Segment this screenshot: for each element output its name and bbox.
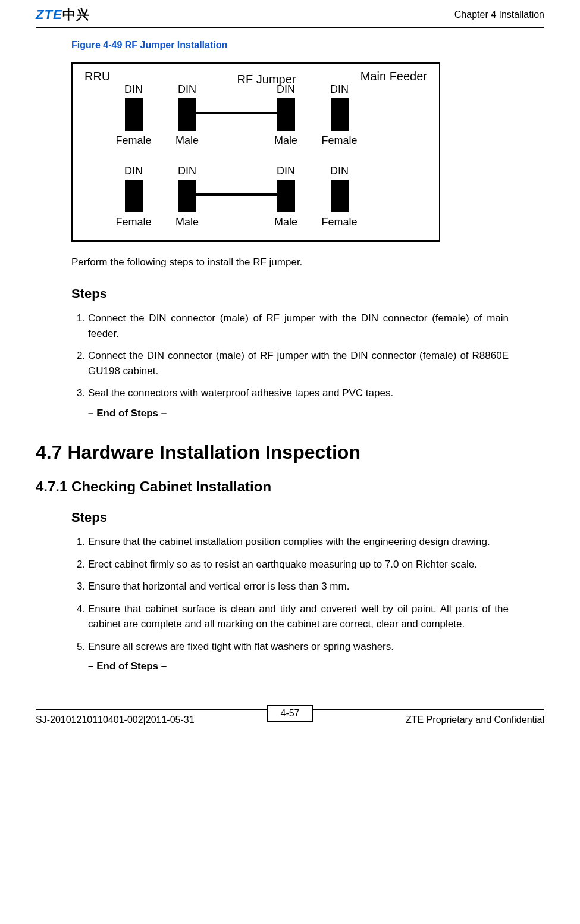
steps-heading-rf: Steps <box>71 286 509 302</box>
connector-block-icon <box>178 98 196 131</box>
gender-label: Male <box>274 134 297 147</box>
connector-block-icon <box>125 98 143 131</box>
gender-label: Male <box>175 216 199 228</box>
connector-jumper-left-2: DIN Male <box>165 165 209 228</box>
cabinet-step-4: Ensure that cabinet surface is clean and… <box>88 602 509 632</box>
din-label: DIN <box>330 165 349 177</box>
cabinet-step-1: Ensure that the cabinet installation pos… <box>88 534 509 550</box>
section-4-7-1-heading: 4.7.1 Checking Cabinet Installation <box>36 478 509 495</box>
cabinet-steps-list: Ensure that the cabinet installation pos… <box>71 534 509 674</box>
steps-heading-471: Steps <box>71 510 509 525</box>
rf-step-1: Connect the DIN connector (male) of RF j… <box>88 311 509 341</box>
figure-caption: Figure 4-49 RF Jumper Installation <box>71 40 509 51</box>
connector-feeder-2: DIN Female <box>317 165 362 228</box>
gender-label: Female <box>321 216 357 228</box>
step-text: Ensure that cabinet surface is clean and… <box>88 602 509 632</box>
diagram-row-2: DIN Female DIN Male DIN Male DIN Female <box>84 165 427 228</box>
step-text: Connect the DIN connector (male) of RF j… <box>88 311 509 341</box>
step-text: Ensure all screws are fixed tight with f… <box>88 639 509 654</box>
diagram-row-1: DIN Female DIN Male DIN Male DIN Female <box>84 83 427 147</box>
connector-block-icon <box>331 180 349 212</box>
connector-jumper-right-1: DIN Male <box>264 83 308 147</box>
page-number: 4-57 <box>267 705 312 722</box>
main-feeder-label: Main Feeder <box>360 70 427 83</box>
section-4-7-heading: 4.7 Hardware Installation Inspection <box>36 441 509 463</box>
connector-block-icon <box>277 180 295 212</box>
end-of-steps: – End of Steps – <box>88 406 509 421</box>
logo-zte: ZTE <box>36 7 62 22</box>
gender-label: Female <box>321 134 357 147</box>
connector-feeder-1: DIN Female <box>317 83 362 147</box>
rf-jumper-diagram: RRU RF Jumper Main Feeder DIN Female DIN… <box>71 62 440 242</box>
gender-label: Male <box>175 134 199 147</box>
connector-block-icon <box>331 98 349 131</box>
din-label: DIN <box>124 165 143 177</box>
rf-steps-list: Connect the DIN connector (male) of RF j… <box>71 311 509 421</box>
din-label: DIN <box>178 83 196 96</box>
gender-label: Female <box>115 216 151 228</box>
rf-intro-text: Perform the following steps to install t… <box>71 256 509 268</box>
confidential-label: ZTE Proprietary and Confidential <box>406 715 544 725</box>
page-content: Figure 4-49 RF Jumper Installation RRU R… <box>36 28 544 674</box>
din-label: DIN <box>277 165 295 177</box>
step-text: Connect the DIN connector (male) of RF j… <box>88 348 509 378</box>
connector-block-icon <box>178 180 196 212</box>
page-header: ZTE中兴 Chapter 4 Installation <box>36 0 544 28</box>
din-label: DIN <box>277 83 295 96</box>
din-label: DIN <box>330 83 349 96</box>
cabinet-step-3: Ensure that horizontal and vertical erro… <box>88 579 509 594</box>
gender-label: Male <box>274 216 297 228</box>
connector-jumper-left-1: DIN Male <box>165 83 209 147</box>
chapter-title: Chapter 4 Installation <box>454 10 544 20</box>
step-text: Ensure that horizontal and vertical erro… <box>88 579 509 594</box>
gender-label: Female <box>115 134 151 147</box>
doc-id: SJ-20101210110401-002|2011-05-31 <box>36 715 195 725</box>
step-text: Seal the connectors with waterproof adhe… <box>88 386 509 401</box>
cabinet-step-2: Erect cabinet firmly so as to resist an … <box>88 557 509 572</box>
step-text: Ensure that the cabinet installation pos… <box>88 534 509 550</box>
rf-step-3: Seal the connectors with waterproof adhe… <box>88 386 509 421</box>
step-text: Erect cabinet firmly so as to resist an … <box>88 557 509 572</box>
connector-block-icon <box>125 180 143 212</box>
rf-step-2: Connect the DIN connector (male) of RF j… <box>88 348 509 378</box>
connector-jumper-right-2: DIN Male <box>264 165 308 228</box>
connector-block-icon <box>277 98 295 131</box>
connector-rru-1: DIN Female <box>111 83 156 147</box>
logo-cn: 中兴 <box>62 7 90 22</box>
cabinet-step-5: Ensure all screws are fixed tight with f… <box>88 639 509 674</box>
end-of-steps: – End of Steps – <box>88 659 509 674</box>
din-label: DIN <box>178 165 196 177</box>
logo: ZTE中兴 <box>36 6 90 24</box>
din-label: DIN <box>124 83 143 96</box>
connector-rru-2: DIN Female <box>111 165 156 228</box>
